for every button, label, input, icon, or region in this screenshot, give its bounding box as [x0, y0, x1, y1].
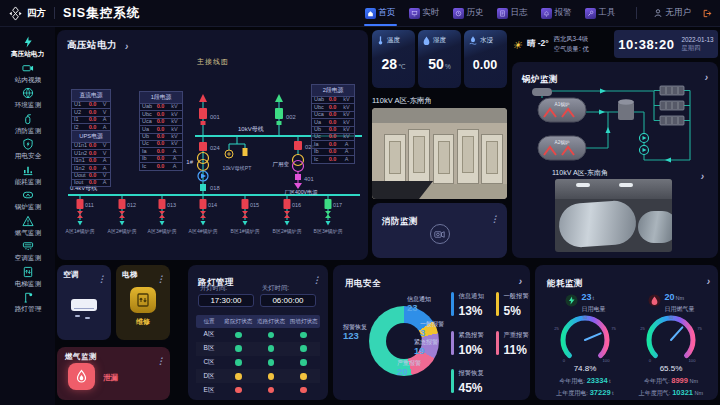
document-icon [497, 8, 508, 19]
kebab-menu-icon[interactable] [97, 268, 106, 286]
light-status-dot [268, 373, 275, 380]
divider [54, 7, 55, 19]
section2-power-table: 2段电源Uab0.0kVUbc0.0kVUca0.0kVUa0.0kVUb0.0… [311, 84, 355, 164]
sidebar-item-ac[interactable]: 空调监测 [0, 239, 55, 264]
svg-text:013: 013 [167, 202, 176, 208]
nav-history[interactable]: 历史 [453, 7, 484, 19]
svg-text:401: 401 [304, 176, 314, 182]
nav-tools[interactable]: 工具 [585, 7, 616, 19]
table-row: Iout0.0A [71, 180, 111, 187]
svg-text:002: 002 [286, 114, 296, 120]
history-icon [453, 8, 464, 19]
divider [636, 7, 637, 19]
bell-icon [541, 8, 552, 19]
video-feed[interactable] [555, 179, 672, 252]
feeder: 012A区2#锅炉房 [108, 195, 137, 234]
sidebar-item-electric-safety[interactable]: 用电安全 [0, 137, 55, 162]
gas-panel: 燃气监测 泄漏 [57, 347, 170, 400]
table-row: E区 [196, 383, 320, 397]
streetlight-table-header: 位置庭院灯状态道路灯状态围墙灯状态 [196, 315, 320, 328]
sidebar-item-gas[interactable]: 燃气监测 [0, 214, 55, 239]
table-title: 2段电源 [311, 84, 355, 97]
sidebar-item-fire[interactable]: 消防监测 [0, 112, 55, 137]
table-title: UPS电源 [71, 130, 111, 143]
sidebar-item-video[interactable]: 站内视频 [0, 61, 55, 86]
svg-text:011: 011 [85, 202, 94, 208]
elevator-icon [22, 266, 34, 278]
svg-text:10kV母线PT: 10kV母线PT [223, 165, 253, 172]
svg-text:厂用变: 厂用变 [273, 161, 290, 168]
light-status-dot [268, 345, 275, 352]
gas-alarm-icon [68, 363, 95, 390]
feeder: 014A区4#锅炉房 [189, 195, 218, 234]
section1-power-table: 1段电源Uab0.0kVUbc0.0kVUca0.0kVUa0.0kVUb0.0… [139, 91, 183, 171]
sidebar: 高压站电力 站内视频 环境监测 消防监测 用电安全 能耗监测 锅炉监测 燃气监 [0, 27, 55, 405]
off-time-input[interactable]: 06:00:00 [260, 294, 316, 307]
svg-text:10kV母线: 10kV母线 [238, 125, 264, 133]
kebab-menu-icon[interactable] [156, 350, 165, 368]
svg-text:016: 016 [292, 202, 301, 208]
fire-monitor-panel: 消防监测 [372, 203, 507, 258]
sidebar-item-elevator[interactable]: 电梯监测 [0, 265, 55, 290]
shield-icon [22, 138, 34, 150]
humidity-value: 50 [428, 56, 444, 72]
light-status-dot [235, 332, 242, 339]
sidebar-item-hv-power[interactable]: 高压站电力 [0, 35, 55, 60]
user-menu[interactable]: 无用户 [653, 7, 692, 19]
nav-home[interactable]: 首页 [365, 7, 396, 19]
boiler-panel: 锅炉监测 [512, 62, 718, 258]
kebab-menu-icon[interactable] [156, 268, 165, 286]
nav-alarms[interactable]: 报警 [541, 7, 572, 19]
svg-text:A区2#锅炉房: A区2#锅炉房 [108, 228, 137, 234]
sidebar-item-boiler[interactable]: 锅炉监测 [0, 188, 55, 213]
nav-logs[interactable]: 日志 [497, 7, 528, 19]
weekday-text: 星期四 [681, 44, 713, 53]
sidebar-item-energy[interactable]: 能耗监测 [0, 163, 55, 188]
panel-title: 高压站电力 [67, 39, 117, 52]
legend-item: 严重报警11% [496, 331, 529, 357]
nav-realtime[interactable]: 实时 [409, 7, 440, 19]
expand-chevron-icon[interactable] [125, 36, 128, 54]
energy-gauge: 20Nm日用燃气量025507510065.5%今年用气: 8999 Nm上年度… [629, 286, 713, 398]
donut-callout: 一般报警3 [420, 321, 444, 339]
bolt-icon [565, 294, 578, 307]
feeder: 017B区3#锅炉房 [314, 195, 343, 234]
kebab-menu-icon[interactable] [490, 208, 499, 226]
boiler-icon [22, 189, 34, 201]
water-value: 0.00 [473, 58, 497, 72]
kebab-menu-icon[interactable] [312, 269, 321, 287]
humidity-card: 湿度 50% [418, 30, 461, 88]
light-status-dot [235, 373, 242, 380]
table-title: 1段电源 [139, 91, 183, 104]
camera-icon [22, 62, 34, 74]
globe-icon [22, 87, 34, 99]
gauge-arc: 0255075100 [553, 314, 617, 366]
video-title: 110kV A区-东南角 [372, 96, 507, 106]
video-feed[interactable] [372, 108, 507, 199]
sidebar-item-streetlight[interactable]: 路灯管理 [0, 290, 55, 315]
svg-text:018: 018 [210, 185, 220, 191]
expand-chevron-icon[interactable] [701, 166, 704, 184]
logout-icon[interactable] [701, 8, 712, 19]
light-status-dot [300, 345, 307, 352]
streetlight-icon [22, 291, 34, 303]
light-status-dot [300, 332, 307, 339]
camera-offline-icon [430, 224, 450, 244]
expand-chevron-icon[interactable] [519, 271, 522, 289]
on-time-input[interactable]: 17:30:00 [198, 294, 254, 307]
table-row: C区 [196, 356, 320, 370]
light-status-dot [235, 387, 242, 394]
svg-text:015: 015 [250, 202, 259, 208]
clock-widget: 10:38:20 2022-01-13 星期四 [614, 30, 718, 58]
water-leak-card: 水浸 0.00 [464, 30, 507, 88]
elevator-status-icon [130, 287, 156, 313]
sidebar-item-environment[interactable]: 环境监测 [0, 86, 55, 111]
svg-text:024: 024 [210, 145, 220, 151]
svg-text:75: 75 [697, 326, 702, 331]
legend-item: 信息通知13% [451, 292, 484, 318]
electric-safety-panel: 用电安全 信息通知23一般报警3紧急报警19严重报警20报警恢复123 信息通知… [333, 265, 530, 400]
light-status-dot [235, 345, 242, 352]
svg-text:B区3#锅炉房: B区3#锅炉房 [314, 228, 343, 234]
svg-text:B区1#锅炉房: B区1#锅炉房 [231, 228, 260, 234]
svg-text:75: 75 [611, 326, 616, 331]
